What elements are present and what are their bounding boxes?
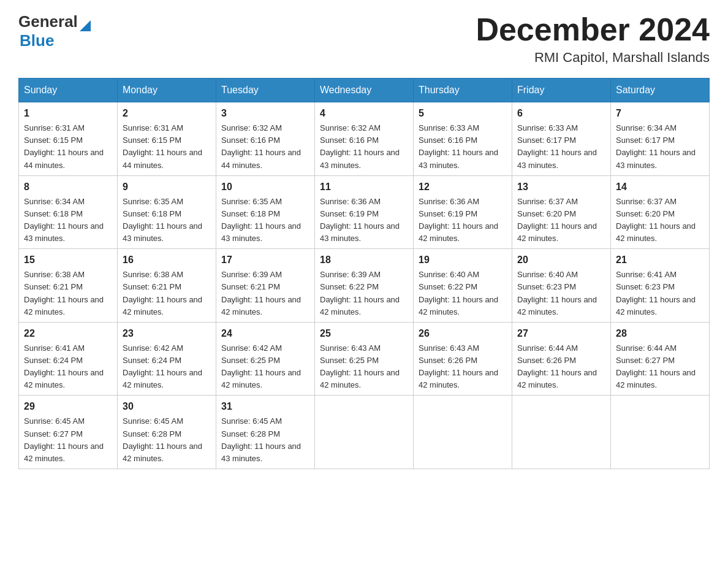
day-number: 6 bbox=[517, 106, 605, 121]
day-number: 8 bbox=[24, 180, 112, 194]
days-of-week-row: SundayMondayTuesdayWednesdayThursdayFrid… bbox=[19, 79, 710, 102]
day-cell-6: 6Sunrise: 6:33 AMSunset: 6:17 PMDaylight… bbox=[512, 102, 611, 176]
day-number: 10 bbox=[221, 180, 309, 194]
logo-general-text: General bbox=[18, 12, 78, 31]
empty-cell bbox=[611, 396, 710, 469]
day-header-monday: Monday bbox=[118, 79, 216, 102]
day-info: Sunrise: 6:45 AMSunset: 6:27 PMDaylight:… bbox=[24, 416, 104, 462]
month-title: December 2024 bbox=[476, 12, 710, 47]
week-row-3: 15Sunrise: 6:38 AMSunset: 6:21 PMDayligh… bbox=[19, 249, 710, 323]
day-info: Sunrise: 6:37 AMSunset: 6:20 PMDaylight:… bbox=[616, 197, 696, 243]
day-number: 3 bbox=[221, 106, 309, 121]
day-number: 12 bbox=[419, 180, 507, 194]
week-row-1: 1Sunrise: 6:31 AMSunset: 6:15 PMDaylight… bbox=[19, 102, 710, 176]
day-info: Sunrise: 6:36 AMSunset: 6:19 PMDaylight:… bbox=[419, 197, 498, 243]
day-cell-9: 9Sunrise: 6:35 AMSunset: 6:18 PMDaylight… bbox=[118, 175, 216, 249]
day-info: Sunrise: 6:32 AMSunset: 6:16 PMDaylight:… bbox=[320, 123, 400, 169]
day-info: Sunrise: 6:33 AMSunset: 6:17 PMDaylight:… bbox=[517, 123, 597, 169]
logo-blue-text: Blue bbox=[20, 31, 54, 50]
day-cell-19: 19Sunrise: 6:40 AMSunset: 6:22 PMDayligh… bbox=[414, 249, 512, 323]
day-cell-12: 12Sunrise: 6:36 AMSunset: 6:19 PMDayligh… bbox=[414, 175, 512, 249]
day-number: 23 bbox=[123, 326, 211, 341]
day-cell-5: 5Sunrise: 6:33 AMSunset: 6:16 PMDaylight… bbox=[414, 102, 512, 176]
day-number: 19 bbox=[419, 253, 507, 267]
week-row-5: 29Sunrise: 6:45 AMSunset: 6:27 PMDayligh… bbox=[19, 396, 710, 469]
logo-triangle-icon bbox=[80, 20, 91, 31]
day-number: 20 bbox=[517, 253, 605, 267]
day-number: 5 bbox=[419, 106, 507, 121]
day-cell-25: 25Sunrise: 6:43 AMSunset: 6:25 PMDayligh… bbox=[315, 322, 414, 396]
day-number: 14 bbox=[616, 180, 704, 194]
day-header-wednesday: Wednesday bbox=[315, 79, 414, 102]
day-info: Sunrise: 6:35 AMSunset: 6:18 PMDaylight:… bbox=[221, 197, 301, 243]
day-number: 15 bbox=[24, 253, 112, 267]
day-number: 2 bbox=[123, 106, 211, 121]
week-row-2: 8Sunrise: 6:34 AMSunset: 6:18 PMDaylight… bbox=[19, 175, 710, 249]
day-info: Sunrise: 6:38 AMSunset: 6:21 PMDaylight:… bbox=[123, 270, 202, 316]
day-cell-14: 14Sunrise: 6:37 AMSunset: 6:20 PMDayligh… bbox=[611, 175, 710, 249]
calendar-table: SundayMondayTuesdayWednesdayThursdayFrid… bbox=[18, 78, 710, 469]
svg-marker-0 bbox=[80, 20, 91, 31]
day-number: 22 bbox=[24, 326, 112, 341]
day-number: 17 bbox=[221, 253, 309, 267]
day-info: Sunrise: 6:45 AMSunset: 6:28 PMDaylight:… bbox=[221, 416, 301, 462]
day-number: 18 bbox=[320, 253, 408, 267]
day-info: Sunrise: 6:38 AMSunset: 6:21 PMDaylight:… bbox=[24, 270, 104, 316]
day-number: 31 bbox=[221, 399, 309, 414]
day-info: Sunrise: 6:41 AMSunset: 6:23 PMDaylight:… bbox=[616, 270, 696, 316]
logo: General Blue bbox=[18, 12, 91, 50]
day-cell-3: 3Sunrise: 6:32 AMSunset: 6:16 PMDaylight… bbox=[216, 102, 315, 176]
day-cell-21: 21Sunrise: 6:41 AMSunset: 6:23 PMDayligh… bbox=[611, 249, 710, 323]
day-header-thursday: Thursday bbox=[414, 79, 512, 102]
day-cell-2: 2Sunrise: 6:31 AMSunset: 6:15 PMDaylight… bbox=[118, 102, 216, 176]
day-info: Sunrise: 6:34 AMSunset: 6:17 PMDaylight:… bbox=[616, 123, 696, 169]
empty-cell bbox=[315, 396, 414, 469]
day-number: 30 bbox=[123, 399, 211, 414]
day-cell-8: 8Sunrise: 6:34 AMSunset: 6:18 PMDaylight… bbox=[19, 175, 118, 249]
day-info: Sunrise: 6:44 AMSunset: 6:27 PMDaylight:… bbox=[616, 343, 696, 389]
day-header-friday: Friday bbox=[512, 79, 611, 102]
day-info: Sunrise: 6:36 AMSunset: 6:19 PMDaylight:… bbox=[320, 197, 400, 243]
day-info: Sunrise: 6:40 AMSunset: 6:22 PMDaylight:… bbox=[419, 270, 498, 316]
day-info: Sunrise: 6:31 AMSunset: 6:15 PMDaylight:… bbox=[24, 123, 104, 169]
day-info: Sunrise: 6:34 AMSunset: 6:18 PMDaylight:… bbox=[24, 197, 104, 243]
day-cell-1: 1Sunrise: 6:31 AMSunset: 6:15 PMDaylight… bbox=[19, 102, 118, 176]
day-info: Sunrise: 6:39 AMSunset: 6:21 PMDaylight:… bbox=[221, 270, 301, 316]
day-header-saturday: Saturday bbox=[611, 79, 710, 102]
day-cell-7: 7Sunrise: 6:34 AMSunset: 6:17 PMDaylight… bbox=[611, 102, 710, 176]
day-cell-10: 10Sunrise: 6:35 AMSunset: 6:18 PMDayligh… bbox=[216, 175, 315, 249]
location-title: RMI Capitol, Marshall Islands bbox=[476, 50, 710, 66]
day-number: 13 bbox=[517, 180, 605, 194]
title-section: December 2024 RMI Capitol, Marshall Isla… bbox=[476, 12, 710, 66]
day-cell-4: 4Sunrise: 6:32 AMSunset: 6:16 PMDaylight… bbox=[315, 102, 414, 176]
day-cell-18: 18Sunrise: 6:39 AMSunset: 6:22 PMDayligh… bbox=[315, 249, 414, 323]
day-number: 9 bbox=[123, 180, 211, 194]
day-cell-17: 17Sunrise: 6:39 AMSunset: 6:21 PMDayligh… bbox=[216, 249, 315, 323]
day-info: Sunrise: 6:33 AMSunset: 6:16 PMDaylight:… bbox=[419, 123, 498, 169]
empty-cell bbox=[414, 396, 512, 469]
day-info: Sunrise: 6:40 AMSunset: 6:23 PMDaylight:… bbox=[517, 270, 597, 316]
day-cell-11: 11Sunrise: 6:36 AMSunset: 6:19 PMDayligh… bbox=[315, 175, 414, 249]
day-info: Sunrise: 6:37 AMSunset: 6:20 PMDaylight:… bbox=[517, 197, 597, 243]
day-cell-30: 30Sunrise: 6:45 AMSunset: 6:28 PMDayligh… bbox=[118, 396, 216, 469]
day-number: 11 bbox=[320, 180, 408, 194]
day-cell-23: 23Sunrise: 6:42 AMSunset: 6:24 PMDayligh… bbox=[118, 322, 216, 396]
day-header-tuesday: Tuesday bbox=[216, 79, 315, 102]
day-cell-16: 16Sunrise: 6:38 AMSunset: 6:21 PMDayligh… bbox=[118, 249, 216, 323]
day-number: 29 bbox=[24, 399, 112, 414]
day-cell-26: 26Sunrise: 6:43 AMSunset: 6:26 PMDayligh… bbox=[414, 322, 512, 396]
day-number: 4 bbox=[320, 106, 408, 121]
day-cell-28: 28Sunrise: 6:44 AMSunset: 6:27 PMDayligh… bbox=[611, 322, 710, 396]
day-info: Sunrise: 6:42 AMSunset: 6:25 PMDaylight:… bbox=[221, 343, 301, 389]
day-cell-15: 15Sunrise: 6:38 AMSunset: 6:21 PMDayligh… bbox=[19, 249, 118, 323]
day-number: 28 bbox=[616, 326, 704, 341]
day-number: 21 bbox=[616, 253, 704, 267]
day-number: 7 bbox=[616, 106, 704, 121]
day-cell-29: 29Sunrise: 6:45 AMSunset: 6:27 PMDayligh… bbox=[19, 396, 118, 469]
day-number: 26 bbox=[419, 326, 507, 341]
day-header-sunday: Sunday bbox=[19, 79, 118, 102]
day-info: Sunrise: 6:39 AMSunset: 6:22 PMDaylight:… bbox=[320, 270, 400, 316]
day-number: 1 bbox=[24, 106, 112, 121]
day-info: Sunrise: 6:45 AMSunset: 6:28 PMDaylight:… bbox=[123, 416, 202, 462]
day-number: 25 bbox=[320, 326, 408, 341]
